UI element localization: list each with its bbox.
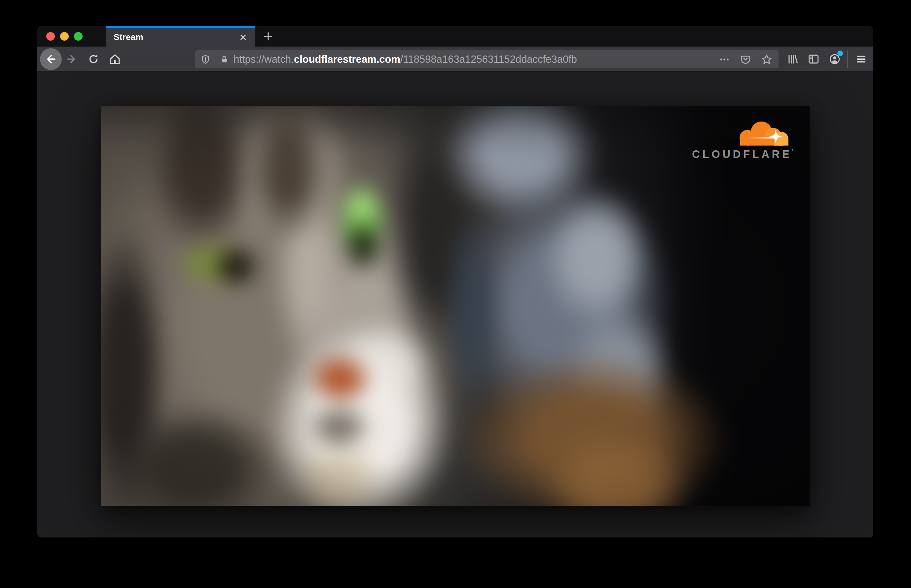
tab-close-button[interactable] bbox=[236, 31, 250, 44]
url-text: https://watch.cloudflarestream.com/11859… bbox=[234, 53, 577, 65]
back-arrow-icon bbox=[45, 53, 57, 65]
video-vignette bbox=[101, 107, 809, 506]
reload-button[interactable] bbox=[86, 52, 101, 66]
urlbar-divider bbox=[215, 55, 215, 65]
new-tab-button[interactable] bbox=[261, 29, 276, 44]
back-button[interactable] bbox=[40, 48, 62, 70]
url-domain: cloudflarestream.com bbox=[294, 53, 401, 65]
url-bar[interactable]: https://watch.cloudflarestream.com/11859… bbox=[195, 50, 779, 68]
window-controls bbox=[46, 26, 82, 47]
cloudflare-watermark: CLOUDFLARE' bbox=[692, 121, 793, 160]
home-icon bbox=[109, 53, 121, 65]
video-player[interactable]: CLOUDFLARE' bbox=[101, 107, 809, 506]
tracking-protection-shield-icon[interactable] bbox=[200, 55, 210, 65]
account-button[interactable] bbox=[827, 52, 842, 66]
cloudflare-wordmark: CLOUDFLARE' bbox=[692, 148, 793, 160]
pocket-icon bbox=[740, 54, 751, 65]
bookmark-star-button[interactable] bbox=[760, 53, 773, 66]
forward-arrow-icon bbox=[65, 53, 77, 65]
tab-title: Stream bbox=[114, 32, 236, 42]
desktop: { "browser": { "window_controls": { "clo… bbox=[0, 0, 911, 588]
home-button[interactable] bbox=[108, 52, 122, 66]
menu-button[interactable] bbox=[854, 52, 868, 66]
save-to-pocket-button[interactable] bbox=[739, 53, 752, 66]
cloudflare-brand-text: CLOUDFLARE bbox=[692, 148, 792, 160]
forward-button[interactable] bbox=[64, 52, 79, 66]
cloudflare-trademark-tick: ' bbox=[792, 148, 793, 153]
ellipsis-icon bbox=[719, 54, 730, 65]
tab-stream[interactable]: Stream bbox=[107, 26, 255, 47]
star-icon bbox=[761, 53, 773, 65]
library-icon bbox=[787, 53, 799, 65]
zoom-window-button[interactable] bbox=[74, 32, 82, 40]
url-path: /118598a163a125631152ddaccfe3a0fb bbox=[401, 53, 577, 65]
hamburger-icon bbox=[855, 53, 867, 65]
lock-icon[interactable] bbox=[220, 55, 229, 64]
close-icon bbox=[239, 33, 247, 42]
minimize-window-button[interactable] bbox=[60, 32, 69, 40]
cloudflare-cloud-icon bbox=[736, 121, 792, 147]
page-content: CLOUDFLARE' bbox=[37, 107, 873, 538]
reload-icon bbox=[87, 53, 99, 65]
sidebar-button[interactable] bbox=[806, 52, 821, 66]
sidebar-icon bbox=[807, 53, 820, 65]
page-actions-button[interactable] bbox=[718, 53, 731, 66]
library-button[interactable] bbox=[785, 52, 800, 66]
url-prefix: https://watch. bbox=[234, 53, 294, 65]
plus-icon bbox=[263, 31, 273, 42]
toolbar-divider bbox=[847, 50, 848, 68]
tab-bar: Stream bbox=[37, 26, 873, 47]
navigation-toolbar: https://watch.cloudflarestream.com/11859… bbox=[37, 47, 873, 72]
close-window-button[interactable] bbox=[46, 32, 55, 40]
browser-window: Stream bbox=[37, 26, 873, 538]
account-notification-dot bbox=[837, 50, 843, 56]
